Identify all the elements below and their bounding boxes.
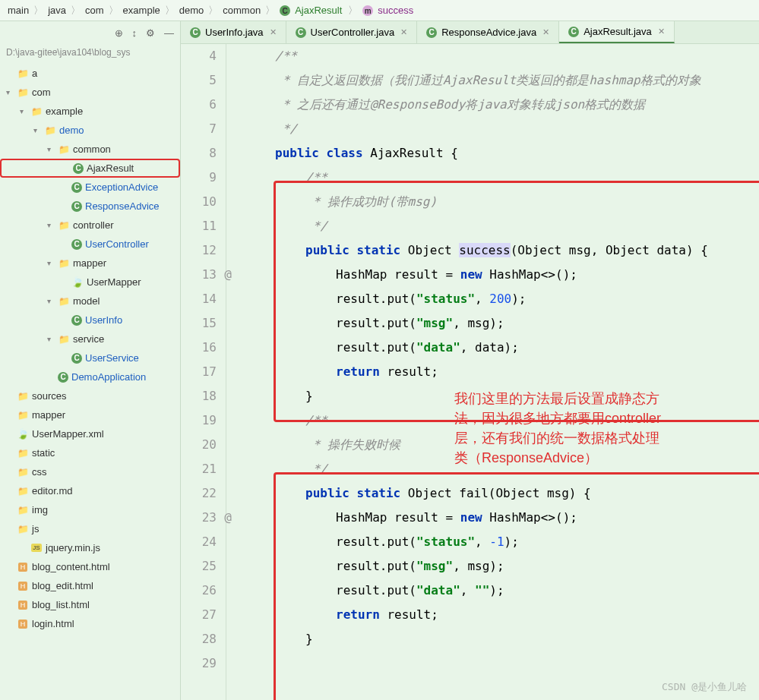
close-icon[interactable]: ✕ <box>270 27 277 37</box>
tree-item-mapper[interactable]: ▾mapper <box>0 254 180 273</box>
tab-ajaxresult[interactable]: CAjaxResult.java✕ <box>559 21 675 43</box>
tree-item-login-html[interactable]: login.html <box>0 614 180 633</box>
tree-item-demo[interactable]: ▾demo <box>0 121 180 140</box>
tree-item-service[interactable]: ▾service <box>0 330 180 348</box>
breadcrumb-item[interactable]: example <box>122 5 162 16</box>
breadcrumb-sep: 〉 <box>262 4 278 17</box>
tree-item-usercontroller[interactable]: UserController <box>0 235 180 254</box>
tree-label: example <box>46 106 83 117</box>
breadcrumb-sep: 〉 <box>68 4 84 17</box>
tree-item-a[interactable]: a <box>0 64 180 83</box>
line-number: 16 <box>181 336 217 360</box>
tree-label: static <box>32 447 55 459</box>
line-number: 7 <box>181 117 217 141</box>
folder-icon <box>17 68 29 80</box>
tree-label: img <box>32 504 48 516</box>
tree-item-js[interactable]: js <box>0 519 180 538</box>
line-number: 10 <box>181 190 217 214</box>
class-icon <box>71 315 82 326</box>
tree-label: controller <box>73 219 113 231</box>
tree-label: sources <box>32 390 67 402</box>
breadcrumb-item[interactable]: common <box>221 5 262 16</box>
chevron-icon[interactable]: ▾ <box>47 221 58 229</box>
breadcrumb-item[interactable]: com <box>84 5 106 16</box>
line-number: 9 <box>181 166 217 190</box>
chevron-icon[interactable]: ▾ <box>47 335 58 343</box>
settings-icon[interactable]: ⚙ <box>146 27 155 39</box>
breadcrumb-item[interactable]: main <box>6 5 30 16</box>
sidebar-path: D:\java-gitee\java104\blog_sys <box>0 44 180 61</box>
chevron-icon[interactable]: ▾ <box>47 259 58 267</box>
close-icon[interactable]: ✕ <box>542 27 549 37</box>
chevron-icon[interactable]: ▾ <box>33 126 44 134</box>
chevron-icon[interactable]: ▾ <box>6 88 17 96</box>
folder-icon <box>30 106 43 118</box>
tree-item-jquery-min-js[interactable]: jquery.min.js <box>0 538 180 557</box>
tree-item-mapper[interactable]: mapper <box>0 405 180 424</box>
sort-icon[interactable]: ↕ <box>132 27 138 39</box>
collapse-icon[interactable]: — <box>164 27 174 39</box>
tree-label: UserController <box>85 238 149 250</box>
html-icon <box>17 561 29 573</box>
tree-item-responseadvice[interactable]: ResponseAdvice <box>0 197 180 216</box>
tree-label: mapper <box>32 409 65 421</box>
tree-label: js <box>32 523 39 534</box>
tree-item-userinfo[interactable]: UserInfo <box>0 311 180 330</box>
tab-userinfo[interactable]: CUserInfo.java✕ <box>181 21 286 43</box>
tree-item-controller[interactable]: ▾controller <box>0 216 180 235</box>
tree-item-com[interactable]: ▾com <box>0 83 180 102</box>
tree-item-blog-edit-html[interactable]: blog_edit.html <box>0 576 180 595</box>
folder-icon <box>17 390 29 402</box>
breadcrumb-item[interactable]: java <box>46 5 68 16</box>
close-icon[interactable]: ✕ <box>658 27 665 36</box>
line-number: 13@ <box>181 263 217 287</box>
tab-responseadvice[interactable]: CResponseAdvice.java✕ <box>417 21 559 43</box>
class-icon <box>71 201 82 212</box>
tree-label: ExceptionAdvice <box>85 181 158 193</box>
tree-item-demoapplication[interactable]: DemoApplication <box>0 367 180 386</box>
line-number: 6 <box>181 93 217 117</box>
tree-item-example[interactable]: ▾example <box>0 102 180 121</box>
tree-item-ajaxresult[interactable]: AjaxResult <box>0 159 180 178</box>
tree-item-blog-content-html[interactable]: blog_content.html <box>0 557 180 576</box>
code-editor[interactable]: 45678910111213@14151617181920212223@2425… <box>181 44 759 700</box>
tree-item-usermapper[interactable]: UserMapper <box>0 273 180 292</box>
line-number: 8 <box>181 141 217 166</box>
line-number: 27 <box>181 603 217 627</box>
line-number: 14 <box>181 287 217 311</box>
tree-item-editor-md[interactable]: editor.md <box>0 481 180 500</box>
tree-item-usermapper-xml[interactable]: UserMapper.xml <box>0 424 180 443</box>
folder-icon <box>58 295 70 307</box>
tree-item-static[interactable]: static <box>0 443 180 462</box>
code-content[interactable]: /** * 自定义返回数据（我们通过AjaxResult类返回的都是hashma… <box>226 44 759 700</box>
tree-item-common[interactable]: ▾common <box>0 140 180 159</box>
line-gutter: 45678910111213@14151617181920212223@2425… <box>181 44 226 700</box>
tree-label: editor.md <box>32 485 72 497</box>
breadcrumb: main〉java〉com〉example〉demo〉common〉CAjaxR… <box>0 0 759 21</box>
tree-item-model[interactable]: ▾model <box>0 292 180 311</box>
tree-item-blog-list-html[interactable]: blog_list.html <box>0 595 180 614</box>
line-number: 18 <box>181 384 217 408</box>
target-icon[interactable]: ⊕ <box>115 27 123 39</box>
tree-label: mapper <box>73 257 106 269</box>
tree-item-css[interactable]: css <box>0 462 180 481</box>
tree-item-exceptionadvice[interactable]: ExceptionAdvice <box>0 178 180 197</box>
tree-label: AjaxResult <box>87 162 134 174</box>
tree-item-img[interactable]: img <box>0 500 180 519</box>
tree-label: login.html <box>32 618 74 629</box>
breadcrumb-class[interactable]: CAjaxResult <box>278 5 345 17</box>
breadcrumb-item[interactable]: demo <box>178 5 206 16</box>
folder-icon <box>58 219 70 232</box>
chevron-icon[interactable]: ▾ <box>20 107 30 115</box>
tree-item-userservice[interactable]: UserService <box>0 348 180 367</box>
line-number: 17 <box>181 360 217 384</box>
breadcrumb-method[interactable]: msuccess <box>361 5 416 17</box>
folder-icon <box>17 466 29 478</box>
close-icon[interactable]: ✕ <box>400 27 407 37</box>
chevron-icon[interactable]: ▾ <box>47 145 58 153</box>
folder-icon <box>58 143 70 156</box>
tree-item-sources[interactable]: sources <box>0 386 180 405</box>
chevron-icon[interactable]: ▾ <box>47 297 58 305</box>
tab-usercontroller[interactable]: CUserController.java✕ <box>286 21 418 43</box>
tree-label: ResponseAdvice <box>85 200 160 212</box>
